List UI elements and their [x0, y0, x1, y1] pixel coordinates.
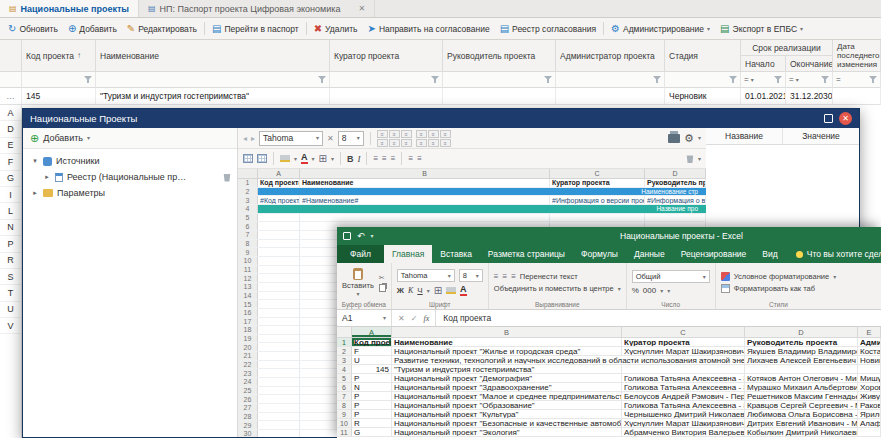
trash-icon[interactable] [223, 173, 231, 182]
sheet-cell[interactable] [258, 257, 300, 265]
cell-stage[interactable]: Черновик [665, 88, 741, 105]
sheet-cell[interactable]: Код проекта [258, 179, 300, 187]
save-icon[interactable] [343, 232, 351, 240]
sheet-cell[interactable]: Лихачев Алексей Евгеньевич - генеральн [745, 356, 858, 365]
column-header[interactable]: B [392, 327, 622, 337]
cell-head[interactable] [443, 88, 556, 105]
ribbon-tab[interactable]: Вид [754, 245, 785, 263]
valign-toggle[interactable]: ≡ [440, 130, 451, 138]
align-middle-icon[interactable]: ≡ [502, 273, 507, 281]
column-header[interactable]: A [258, 169, 300, 178]
row-header[interactable]: 15 [238, 300, 258, 308]
column-header[interactable]: A [352, 327, 392, 337]
cell-curator[interactable] [330, 88, 443, 105]
sheet-cell[interactable] [258, 222, 300, 230]
merge-center-button[interactable]: Объединить и поместить в центре [494, 284, 614, 293]
borders-icon[interactable]: ⊞ [434, 285, 442, 296]
table-icon[interactable] [243, 154, 253, 163]
sheet-cell[interactable] [858, 365, 881, 374]
sheet-cell[interactable]: Национальный проект "Демография" [392, 374, 622, 383]
forward-icon[interactable]: ▸ [251, 134, 255, 143]
excel-title-bar[interactable]: ↶ ▾ Национальные проекты - Excel [337, 227, 881, 245]
column-header[interactable]: C [622, 327, 745, 337]
alpha-letter[interactable]: T [0, 285, 21, 301]
sheet-cell[interactable]: Национальный проект "Культура" [392, 410, 622, 419]
sheet-cell[interactable] [258, 300, 300, 308]
sheet-cell[interactable]: Якушев Владимир Владимирович - Мини [745, 347, 858, 356]
chevron-right-icon[interactable]: ▸ [31, 189, 39, 197]
filter-funnel-icon[interactable] [318, 76, 326, 83]
alpha-letter[interactable]: S [0, 269, 21, 285]
row-header[interactable]: 8 [337, 401, 352, 410]
sheet-cell[interactable]: Администрато [858, 338, 881, 347]
sheet-cell[interactable] [858, 428, 881, 437]
column-header[interactable]: D [645, 169, 706, 178]
align-toggle[interactable]: ≡ [389, 139, 400, 147]
sheet-cell[interactable]: Голикова Татьяна Алексеевна - Замести [622, 383, 745, 392]
sheet-cell[interactable]: P [352, 392, 392, 401]
italic-button[interactable]: К [408, 286, 413, 295]
row-header[interactable]: 4 [337, 365, 352, 374]
sheet-cell[interactable] [258, 292, 300, 300]
alpha-letter[interactable]: U [0, 302, 21, 318]
add-menu-button[interactable]: ⊕ Добавить ▾ [23, 128, 237, 149]
filter-funnel-icon[interactable] [653, 76, 661, 83]
valign-middle-icon[interactable]: ≡ [417, 155, 422, 163]
row-header[interactable]: 9 [337, 410, 352, 419]
alpha-letter[interactable]: F [0, 154, 21, 170]
column-header-name[interactable]: Наименование [96, 40, 330, 72]
sheet-cell[interactable]: #Наименование# [300, 196, 550, 204]
sheet-cell[interactable] [258, 361, 300, 369]
row-header[interactable]: 30 [238, 430, 258, 437]
sheet-cell[interactable]: Национальный проект "Жилье и городская с… [392, 347, 622, 356]
filter-funnel-icon[interactable] [431, 76, 439, 83]
sheet-cell[interactable]: Живулин Вади [858, 392, 881, 401]
sheet-cell[interactable]: #Код проекта# [258, 196, 300, 204]
chevron-right-icon[interactable]: ▸ [43, 173, 51, 181]
sheet-cell[interactable]: Руководитель проекта [745, 338, 858, 347]
sheet-cell[interactable]: F [352, 347, 392, 356]
sheet-cell[interactable]: Национальный проект "Малое и среднее пре… [392, 392, 622, 401]
insert-function-icon[interactable]: fx [423, 314, 429, 323]
column-header-stage[interactable]: Стадия [665, 40, 741, 72]
column-header[interactable]: D [745, 327, 858, 337]
filter-funnel-icon[interactable] [544, 76, 552, 83]
sheet-cell[interactable]: P [352, 374, 392, 383]
row-header[interactable]: 27 [238, 404, 258, 412]
row-header[interactable]: 9 [238, 248, 258, 256]
ribbon-tab[interactable]: Вставка [432, 245, 480, 263]
sheet-cell[interactable] [258, 274, 300, 282]
sheet-cell[interactable]: Новиков Серг [858, 356, 881, 365]
copy-icon[interactable] [379, 284, 386, 292]
filter-funnel-icon[interactable] [729, 76, 737, 83]
sheet-cell[interactable]: Кобылкин Дмитрий Николаевич - Мини [745, 428, 858, 437]
tree-item-sources[interactable]: ▾ Источники [23, 153, 237, 169]
sheet-cell[interactable]: Любимова Ольга Борисовна - Министр [745, 410, 858, 419]
increase-decimal-icon[interactable]: ▾ [660, 288, 663, 294]
sheet-cell[interactable]: Решетников Максим Геннадьевич - Ми [745, 392, 858, 401]
row-header[interactable]: 6 [337, 383, 352, 392]
paste-button[interactable]: Вставить ▾ [342, 268, 374, 297]
sheet-cell[interactable]: Голикова Татьяна Алексеевна - Замести [622, 374, 745, 383]
sheet-cell[interactable]: Мишустин Мих [858, 374, 881, 383]
align-right-icon[interactable]: ≡ [391, 155, 396, 163]
equals-operator-icon[interactable]: = [744, 75, 749, 84]
font-color-icon[interactable]: А [460, 285, 467, 296]
alpha-letter[interactable]: E [0, 138, 21, 154]
sheet-cell[interactable] [258, 369, 300, 377]
alpha-letter[interactable]: N [0, 220, 21, 236]
row-header[interactable]: 18 [238, 326, 258, 334]
row-header[interactable]: 12 [238, 274, 258, 282]
gear-icon[interactable]: ⚙ [684, 133, 694, 144]
cell-end-date[interactable]: 31.12.2030 [786, 88, 833, 105]
sheet-cell[interactable] [258, 413, 300, 421]
valign-toggle[interactable]: ≡ [440, 139, 451, 147]
align-toggle[interactable]: ≡ [401, 130, 412, 138]
administration-menu-button[interactable]: ⚙Администрирование▾ [606, 20, 715, 38]
cancel-icon[interactable]: ✕ [398, 314, 405, 323]
ribbon-tab[interactable]: Рецензирование [673, 245, 755, 263]
sheet-cell[interactable] [258, 395, 300, 403]
align-toggle[interactable]: ≡ [377, 130, 388, 138]
sheet-cell[interactable]: Хорова Натал [858, 383, 881, 392]
tell-me-box[interactable]: Что вы хотите сделать? [796, 245, 881, 263]
